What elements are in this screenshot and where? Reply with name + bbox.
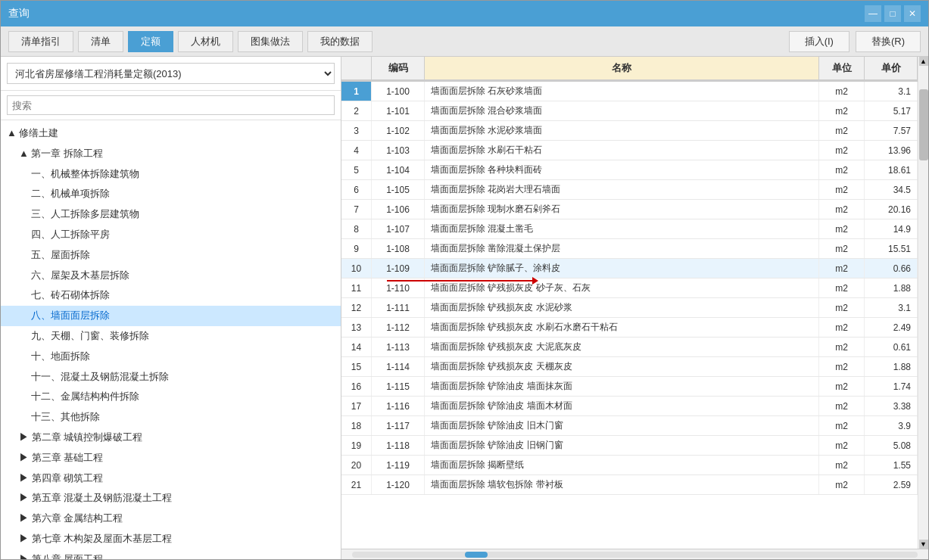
titlebar: 查询 — □ ✕ bbox=[1, 1, 928, 26]
right-panel: 编码 名称 单位 单价 11-100墙面面层拆除 石灰砂浆墙面m23.121-1… bbox=[341, 57, 928, 559]
replace-button[interactable]: 替换(R) bbox=[856, 31, 921, 52]
table-row[interactable]: 31-102墙面面层拆除 水泥砂浆墙面m27.57 bbox=[341, 121, 918, 141]
table-row[interactable]: 211-120墙面面层拆除 墙软包拆除 带衬板m22.59 bbox=[341, 475, 918, 495]
tree-item-t6[interactable]: 五、屋面拆除 bbox=[1, 245, 341, 266]
table-row[interactable]: 171-116墙面面层拆除 铲除油皮 墙面木材面m23.38 bbox=[341, 397, 918, 416]
search-input[interactable] bbox=[7, 95, 335, 115]
table-row[interactable]: 91-108墙面面层拆除 凿除混凝土保护层m215.51 bbox=[341, 239, 918, 259]
horizontal-scrollbar[interactable] bbox=[341, 549, 928, 559]
tree-item-t15[interactable]: ▶ 第二章 城镇控制爆破工程 bbox=[1, 428, 341, 448]
tab-qingdan-zhiyin[interactable]: 清单指引 bbox=[8, 31, 73, 52]
table-row[interactable]: 21-101墙面面层拆除 混合砂浆墙面m25.17 bbox=[341, 101, 918, 121]
tab-qingdan[interactable]: 清单 bbox=[78, 31, 123, 52]
th-unit: 单位 bbox=[819, 57, 865, 80]
main-window: 查询 — □ ✕ 清单指引 清单 定额 人材机 图集做法 我的数据 插入(I) … bbox=[0, 0, 929, 560]
tree-item-t18[interactable]: ▶ 第五章 混凝土及钢筋混凝土工程 bbox=[1, 488, 341, 509]
window-controls: — □ ✕ bbox=[865, 5, 921, 22]
table-row[interactable]: 41-103墙面面层拆除 水刷石干粘石m213.96 bbox=[341, 141, 918, 160]
th-price: 单价 bbox=[865, 57, 918, 80]
main-area: 河北省房屋修缮工程消耗量定额(2013) ▲ 修缮土建▲ 第一章 拆除工程一、机… bbox=[1, 57, 928, 559]
tree-item-t4[interactable]: 三、人工拆除多层建筑物 bbox=[1, 204, 341, 225]
table-row[interactable]: 51-104墙面面层拆除 各种块料面砖m218.61 bbox=[341, 160, 918, 180]
maximize-button[interactable]: □ bbox=[884, 5, 901, 22]
table-row[interactable]: 101-109墙面面层拆除 铲除腻子、涂料皮m20.66 bbox=[341, 259, 918, 278]
scrollbar-track bbox=[919, 66, 928, 540]
scroll-down-btn[interactable]: ▼ bbox=[919, 540, 928, 549]
action-buttons: 插入(I) 替换(R) bbox=[789, 31, 921, 52]
table-row[interactable]: 191-118墙面面层拆除 铲除油皮 旧钢门窗m25.08 bbox=[341, 436, 918, 456]
tab-dinge[interactable]: 定额 bbox=[128, 31, 173, 52]
table-row[interactable]: 151-114墙面面层拆除 铲残损灰皮 天棚灰皮m21.88 bbox=[341, 357, 918, 377]
table-body: 11-100墙面面层拆除 石灰砂浆墙面m23.121-101墙面面层拆除 混合砂… bbox=[341, 82, 918, 549]
table-row[interactable]: 81-107墙面面层拆除 混凝土凿毛m214.9 bbox=[341, 219, 918, 239]
tree-item-t21[interactable]: ▶ 第八章 屋面工程 bbox=[1, 549, 341, 559]
tree-area: ▲ 修缮土建▲ 第一章 拆除工程一、机械整体拆除建筑物二、机械单项拆除三、人工拆… bbox=[1, 120, 341, 559]
tree-item-t20[interactable]: ▶ 第七章 木构架及屋面木基层工程 bbox=[1, 529, 341, 549]
scroll-up-btn[interactable]: ▲ bbox=[919, 57, 928, 66]
table-row[interactable]: 121-111墙面面层拆除 铲残损灰皮 水泥砂浆m23.1 bbox=[341, 298, 918, 318]
table-row[interactable]: 201-119墙面面层拆除 揭断壁纸m21.55 bbox=[341, 456, 918, 475]
tree-item-t17[interactable]: ▶ 第四章 砌筑工程 bbox=[1, 468, 341, 489]
scrollbar-thumb[interactable] bbox=[919, 89, 928, 160]
tab-wodeshuju[interactable]: 我的数据 bbox=[307, 31, 373, 52]
table-row[interactable]: 111-110墙面面层拆除 铲残损灰皮 砂子灰、石灰m21.88 bbox=[341, 278, 918, 298]
vertical-scrollbar[interactable]: ▲ ▼ bbox=[918, 57, 928, 549]
tree-item-t11[interactable]: 十、地面拆除 bbox=[1, 347, 341, 367]
h-scrollbar-thumb[interactable] bbox=[465, 552, 488, 558]
table-row[interactable]: 71-106墙面面层拆除 现制水磨石剁斧石m220.16 bbox=[341, 200, 918, 219]
tree-item-t8[interactable]: 七、砖石砌体拆除 bbox=[1, 285, 341, 306]
tree-item-t16[interactable]: ▶ 第三章 基础工程 bbox=[1, 448, 341, 468]
table-row[interactable]: 11-100墙面面层拆除 石灰砂浆墙面m23.1 bbox=[341, 82, 918, 101]
tree-item-t3[interactable]: 二、机械单项拆除 bbox=[1, 184, 341, 204]
close-button[interactable]: ✕ bbox=[904, 5, 921, 22]
tree-item-t13[interactable]: 十二、金属结构构件拆除 bbox=[1, 387, 341, 407]
table-row[interactable]: 161-115墙面面层拆除 铲除油皮 墙面抹灰面m21.74 bbox=[341, 377, 918, 397]
tree-item-t7[interactable]: 六、屋架及木基层拆除 bbox=[1, 266, 341, 286]
toolbar: 清单指引 清单 定额 人材机 图集做法 我的数据 插入(I) 替换(R) bbox=[1, 26, 928, 57]
tree-item-t19[interactable]: ▶ 第六章 金属结构工程 bbox=[1, 509, 341, 529]
tree-item-t2[interactable]: 一、机械整体拆除建筑物 bbox=[1, 164, 341, 185]
table-content: 编码 名称 单位 单价 11-100墙面面层拆除 石灰砂浆墙面m23.121-1… bbox=[341, 57, 918, 549]
tree-item-t0[interactable]: ▲ 修缮土建 bbox=[1, 123, 341, 144]
table-row[interactable]: 61-105墙面面层拆除 花岗岩大理石墙面m234.5 bbox=[341, 180, 918, 200]
table-row[interactable]: 181-117墙面面层拆除 铲除油皮 旧木门窗m23.9 bbox=[341, 416, 918, 436]
table-row[interactable]: 141-113墙面面层拆除 铲残损灰皮 大泥底灰皮m20.61 bbox=[341, 338, 918, 357]
th-code: 编码 bbox=[372, 57, 425, 80]
tab-tujifa[interactable]: 图集做法 bbox=[238, 31, 303, 52]
th-num bbox=[341, 57, 372, 80]
search-row bbox=[1, 91, 341, 120]
insert-button[interactable]: 插入(I) bbox=[789, 31, 850, 52]
tree-item-t1[interactable]: ▲ 第一章 拆除工程 bbox=[1, 144, 341, 164]
dropdown-row: 河北省房屋修缮工程消耗量定额(2013) bbox=[1, 57, 341, 91]
tree-item-t12[interactable]: 十一、混凝土及钢筋混凝土拆除 bbox=[1, 367, 341, 387]
left-panel: 河北省房屋修缮工程消耗量定额(2013) ▲ 修缮土建▲ 第一章 拆除工程一、机… bbox=[1, 57, 341, 559]
quota-dropdown[interactable]: 河北省房屋修缮工程消耗量定额(2013) bbox=[7, 63, 335, 84]
tree-item-t14[interactable]: 十三、其他拆除 bbox=[1, 407, 341, 428]
tab-rencaiji[interactable]: 人材机 bbox=[178, 31, 233, 52]
th-name: 名称 bbox=[425, 57, 819, 80]
table-row[interactable]: 131-112墙面面层拆除 铲残损灰皮 水刷石水磨石干粘石m22.49 bbox=[341, 318, 918, 338]
tree-item-t9[interactable]: 八、墙面面层拆除 bbox=[1, 306, 341, 326]
tree-item-t10[interactable]: 九、天棚、门窗、装修拆除 bbox=[1, 326, 341, 347]
table-header: 编码 名称 单位 单价 bbox=[341, 57, 918, 82]
minimize-button[interactable]: — bbox=[865, 5, 881, 22]
tree-item-t5[interactable]: 四、人工拆除平房 bbox=[1, 225, 341, 245]
window-title: 查询 bbox=[8, 7, 30, 20]
